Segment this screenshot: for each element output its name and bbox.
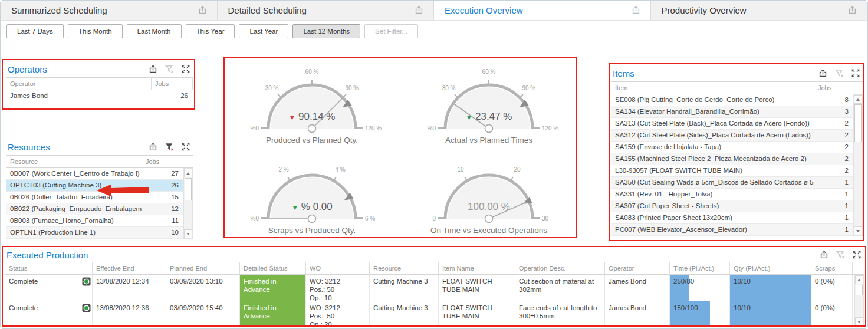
item-row[interactable]: SA134 (Elevator Handrail_Barandilla_Corr…	[611, 106, 863, 118]
filter-icon[interactable]	[834, 68, 844, 78]
resource-row-jobs: 27	[142, 168, 183, 179]
resource-row[interactable]: OPTLN1 (Production Line 1)10	[6, 227, 193, 239]
item-row[interactable]: SA155 (Machined Steel Piece 2_Pieza Meca…	[611, 153, 863, 165]
resource-row[interactable]: OPTCT03 (Cutting Machine 3)26	[6, 180, 193, 192]
tab-execution-overview[interactable]: Execution Overview	[434, 1, 651, 20]
scroll-down-button[interactable]	[855, 317, 863, 326]
scroll-thumb[interactable]	[856, 285, 863, 295]
item-row[interactable]: SA083 (Printed Paper Sheet 13x20cm)1	[611, 212, 863, 224]
export-icon[interactable]	[414, 5, 424, 15]
scroll-track[interactable]	[855, 296, 863, 317]
filter-button-last-12-months[interactable]: Last 12 Months	[292, 24, 360, 38]
scroll-thumb[interactable]	[185, 178, 192, 200]
item-row[interactable]: SA313 (Cut Steel Plate (Back)_Placa Cort…	[611, 118, 863, 130]
column-header-resource[interactable]: Resource	[6, 156, 142, 167]
operators-panel-actions	[148, 64, 190, 74]
scroll-up-button[interactable]	[854, 95, 862, 104]
column-header-operator[interactable]: Operator	[605, 262, 670, 274]
filter-button-last-year[interactable]: Last Year	[239, 24, 288, 38]
column-header-wo[interactable]: WO	[306, 262, 370, 274]
item-row[interactable]: SA350 (Cut Sealing Wads ø 5cm_Discos de …	[611, 177, 863, 189]
item-row[interactable]: L30-93057 (FLOAT SWITCH TUBE MAIN)2	[611, 165, 863, 177]
items-panel-actions	[818, 68, 860, 78]
resource-row-jobs: 26	[142, 180, 183, 191]
filter-icon[interactable]	[165, 64, 175, 74]
export-icon[interactable]	[148, 142, 158, 152]
item-row[interactable]: SA159 (Envase de Hojalata - Tapa)2	[611, 142, 863, 153]
scroll-down-button[interactable]	[184, 229, 192, 238]
scroll-thumb[interactable]	[854, 104, 862, 142]
expand-icon[interactable]	[181, 142, 190, 152]
scroll-up-icon	[186, 172, 190, 175]
resource-cell: Cutting Machine 3	[370, 301, 439, 327]
expand-icon[interactable]	[852, 250, 862, 259]
item-row[interactable]: SA312 (Cut Steel Plate (Sides)_Placa Cor…	[611, 130, 863, 142]
resource-row[interactable]: 0B007 (Work Center I_Centro de Trabajo I…	[6, 168, 193, 180]
gauge-value: ▼ 23.47 %	[465, 111, 512, 122]
export-icon[interactable]	[819, 250, 829, 260]
resource-row[interactable]: 0B003 (Furnace_Horno_Fornalha)11	[6, 215, 193, 227]
column-header-operation-desc[interactable]: Operation Desc.	[515, 262, 605, 274]
gauge-title: On Time vs Executed Operations	[430, 226, 547, 236]
svg-text:90 %: 90 %	[345, 85, 359, 91]
filter-button-last-7-days[interactable]: Last 7 Days	[6, 24, 64, 38]
filter-button-this-month[interactable]: This Month	[68, 24, 123, 38]
set-filter-button[interactable]: Set Filter...	[364, 24, 418, 38]
column-header-planned-end[interactable]: Planned End	[166, 262, 240, 274]
item-row[interactable]: PC007 (WEB Elevator_Ascensor_Elevador)1	[611, 224, 863, 236]
column-header-operator[interactable]: Operator	[6, 78, 152, 90]
filter-button-last-month[interactable]: Last Month	[127, 24, 182, 38]
scrollbar[interactable]	[854, 275, 864, 327]
executed-row[interactable]: Complete13/08/2020 12:3603/09/2020 15:40…	[5, 301, 864, 327]
tab-bar: Summarized SchedulingDetailed Scheduling…	[1, 1, 867, 21]
scroll-up-button[interactable]	[184, 169, 192, 177]
column-header-item[interactable]: Item	[611, 82, 814, 94]
column-header-effective-end[interactable]: Effective End	[93, 262, 166, 274]
export-icon[interactable]	[148, 64, 158, 74]
wo-line: Op.: 10	[310, 294, 366, 301]
column-header-detailed-status[interactable]: Detailed Status	[240, 262, 306, 274]
tab-detailed-scheduling[interactable]: Detailed Scheduling	[218, 1, 435, 20]
wo-cell: WO: 3212Pos.: 50Op.: 20	[306, 301, 370, 327]
item-row[interactable]: SA307 (Cut Paper Sheet - Sheets)1	[611, 200, 863, 212]
column-header-resource[interactable]: Resource	[370, 262, 439, 274]
operators-table: OperatorJobsJames Bond26	[6, 77, 193, 103]
export-icon[interactable]	[631, 5, 641, 15]
scroll-track[interactable]	[854, 143, 862, 226]
scroll-track[interactable]	[184, 201, 192, 229]
column-header-scraps[interactable]: Scraps	[811, 262, 853, 274]
column-header-jobs[interactable]: Jobs	[814, 82, 853, 94]
item-name-cell: FLOAT SWITCH TUBE MAIN	[439, 275, 515, 301]
scrollbar[interactable]	[853, 94, 863, 236]
operation-desc-cell: Face ends of cut length to 300±0.5mm	[515, 301, 605, 327]
expand-icon[interactable]	[181, 64, 190, 74]
filter-button-this-year[interactable]: This Year	[186, 24, 235, 38]
expand-icon[interactable]	[851, 68, 860, 78]
scroll-down-button[interactable]	[854, 226, 862, 235]
column-header-jobs[interactable]: Jobs	[152, 78, 193, 90]
resource-row-name: 0B026 (Driller_Taladro_Furadeira)	[6, 192, 142, 203]
time-value: 250/80	[670, 275, 729, 288]
clear-filter-icon[interactable]	[165, 142, 175, 152]
resource-row[interactable]: 0B022 (Packaging_Empacado_Embalagem)12	[6, 203, 193, 215]
item-row[interactable]: SE008 (Pig Cutting_Corte de Cerdo_Corte …	[611, 94, 863, 106]
column-header-qty-pl-act[interactable]: Qty (Pl./Act.)	[730, 262, 811, 274]
column-header-time-pl-act[interactable]: Time (Pl./Act.)	[670, 262, 730, 274]
column-header-item-name[interactable]: Item Name	[439, 262, 515, 274]
column-header-jobs[interactable]: Jobs	[142, 156, 183, 167]
item-row[interactable]: SA331 (Rev. 01 - Hopper_Tolva)1	[611, 189, 863, 200]
column-header-status[interactable]: Status	[5, 262, 93, 274]
operator-row[interactable]: James Bond26	[6, 90, 193, 103]
status-complete-icon	[82, 304, 91, 314]
scrollbar[interactable]	[183, 168, 193, 239]
operator-cell: James Bond	[605, 275, 670, 301]
export-icon[interactable]	[847, 5, 857, 15]
resource-row[interactable]: 0B026 (Driller_Taladro_Furadeira)15	[6, 192, 193, 203]
executed-row[interactable]: Complete13/08/2020 12:3403/09/2020 13:10…	[5, 275, 864, 301]
scroll-up-button[interactable]	[855, 275, 863, 284]
export-icon[interactable]	[198, 5, 208, 15]
filter-icon[interactable]	[836, 250, 846, 260]
export-icon[interactable]	[818, 68, 828, 78]
tab-productivity-overview[interactable]: Productivity Overview	[651, 1, 868, 20]
tab-summarized-scheduling[interactable]: Summarized Scheduling	[1, 1, 218, 20]
